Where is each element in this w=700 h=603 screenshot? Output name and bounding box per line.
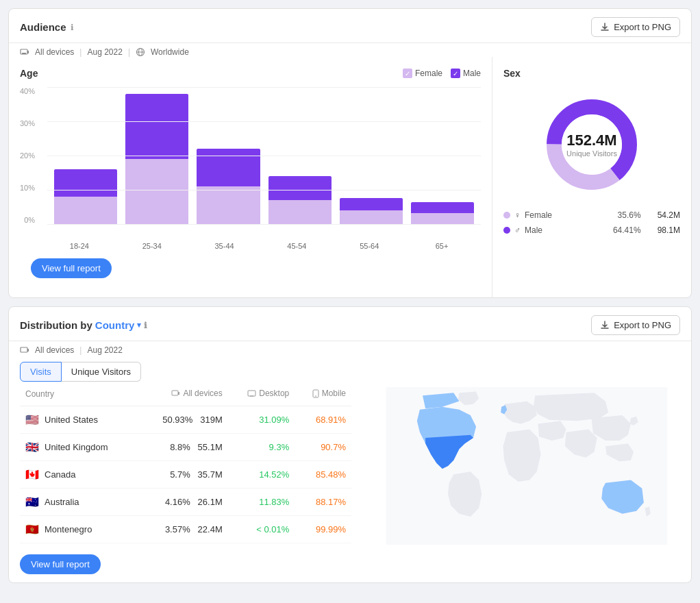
donut-inner-text: 152.4M Unique Visitors	[566, 132, 617, 158]
donut-wrapper: 152.4M Unique Visitors	[537, 90, 647, 199]
audience-header: Audience ℹ Export to PNG	[9, 9, 691, 43]
donut-total: 152.4M	[566, 132, 617, 149]
country-name: 🇦🇺 Australia	[25, 495, 133, 508]
col-desktop-icon	[247, 389, 256, 398]
svg-rect-1	[22, 53, 26, 54]
russia-map	[534, 393, 608, 421]
table-header-row: Country All devices	[20, 382, 351, 406]
svg-rect-9	[21, 347, 27, 352]
country-table-body: 🇺🇸 United States 50.93% 319M 31.09% 68.9…	[20, 406, 351, 543]
distribution-meta: All devices | Aug 2022	[9, 341, 691, 355]
table-row: 🇺🇸 United States 50.93% 319M 31.09% 68.9…	[20, 406, 351, 433]
age-title: Age	[20, 68, 38, 79]
male-check-icon: ✓	[451, 69, 460, 78]
dist-export-icon	[600, 321, 610, 330]
table-row: 🇦🇺 Australia 4.16% 26.1M 11.83% 88.17%	[20, 488, 351, 515]
male-stat-row: ♂ Male 64.41% 98.1M	[503, 225, 680, 235]
svg-rect-10	[27, 349, 29, 352]
world-map-svg	[368, 387, 686, 545]
audience-meta: All devices | Aug 2022 | Worldwide	[9, 43, 691, 57]
distribution-tabs: Visits Unique Visitors	[9, 355, 691, 382]
audience-title: Audience	[20, 21, 66, 33]
tab-visits[interactable]: Visits	[20, 362, 62, 382]
distribution-country-label[interactable]: Country	[95, 319, 135, 331]
sex-title: Sex	[503, 68, 680, 79]
sex-stats: ♀ Female 35.6% 54.2M ♂ Male	[503, 210, 680, 235]
grid-lines	[47, 87, 481, 224]
globe-icon	[136, 47, 145, 57]
audience-card: Audience ℹ Export to PNG All devices | A…	[8, 8, 692, 298]
age-panel-header: Age ✓ Female ✓ Male	[20, 68, 481, 79]
svg-rect-13	[248, 391, 255, 396]
male-pct: 64.41%	[613, 225, 641, 235]
country-name: 🇲🇪 Montenegro	[25, 523, 133, 536]
tab-unique-visitors[interactable]: Unique Visitors	[62, 362, 141, 382]
audience-info-icon[interactable]: ℹ	[71, 23, 74, 32]
female-pct: 35.6%	[618, 210, 641, 220]
distribution-header: Distribution by Country ▾ ℹ Export to PN…	[9, 307, 691, 341]
female-label: Female	[525, 210, 552, 220]
age-panel: Age ✓ Female ✓ Male	[9, 57, 492, 297]
svg-rect-11	[172, 391, 178, 395]
age-legend: ✓ Female ✓ Male	[403, 69, 481, 78]
all-devices-label: All devices	[35, 47, 74, 57]
y-axis: 40% 30% 20% 10% 0%	[20, 87, 39, 224]
audience-date: Aug 2022	[87, 47, 122, 57]
x-labels: 18-24 25-34 35-44 45-54 55-64 65+	[20, 242, 481, 250]
female-val: 54.2M	[658, 210, 680, 220]
distribution-view-full-report-button[interactable]: View full report	[20, 554, 101, 574]
svg-rect-2	[27, 51, 29, 53]
svg-point-16	[315, 395, 316, 397]
distribution-export-button[interactable]: Export to PNG	[591, 315, 680, 335]
export-icon	[600, 23, 610, 32]
country-name: 🇨🇦 Canada	[25, 468, 133, 481]
female-dot-icon	[503, 212, 510, 219]
svg-rect-12	[178, 392, 179, 395]
world-map-section	[362, 382, 691, 582]
table-row: 🇬🇧 United Kingdom 8.8% 55.1M 9.3% 90.7%	[20, 433, 351, 460]
age-chart: 40% 30% 20% 10% 0%	[20, 87, 481, 238]
country-table: Country All devices	[20, 382, 351, 543]
distribution-info-icon[interactable]: ℹ	[144, 321, 147, 330]
col-all-devices: All devices	[138, 382, 228, 406]
donut-container: 152.4M Unique Visitors	[503, 90, 680, 199]
male-val: 98.1M	[658, 225, 680, 235]
dist-devices-icon	[20, 345, 29, 355]
dist-all-devices: All devices	[35, 345, 74, 355]
male-dot-icon	[503, 227, 510, 234]
col-mobile: Mobile	[295, 382, 351, 406]
col-mobile-icon	[312, 389, 319, 398]
table-row: 🇲🇪 Montenegro 3.57% 22.4M < 0.01% 99.99%	[20, 515, 351, 543]
devices-icon	[20, 47, 29, 57]
country-table-section: Country All devices	[9, 382, 362, 582]
col-desktop: Desktop	[228, 382, 295, 406]
distribution-card: Distribution by Country ▾ ℹ Export to PN…	[8, 306, 692, 583]
col-devices-icon	[171, 389, 180, 398]
legend-male: ✓ Male	[451, 69, 481, 78]
distribution-title: Distribution by Country ▾ ℹ	[20, 319, 147, 331]
country-name: 🇺🇸 United States	[25, 413, 133, 426]
distribution-body: Country All devices	[9, 382, 691, 582]
dist-date: Aug 2022	[87, 345, 122, 355]
donut-subtitle: Unique Visitors	[566, 149, 617, 158]
female-stat-row: ♀ Female 35.6% 54.2M	[503, 210, 680, 220]
male-label: Male	[525, 225, 542, 235]
sex-panel: Sex 152.4M Unique Visit	[492, 57, 691, 297]
worldwide-label: Worldwide	[151, 47, 189, 57]
audience-body: Age ✓ Female ✓ Male	[9, 57, 691, 297]
audience-export-button[interactable]: Export to PNG	[591, 17, 680, 37]
table-row: 🇨🇦 Canada 5.7% 35.7M 14.52% 85.48%	[20, 460, 351, 488]
age-view-full-report-button[interactable]: View full report	[31, 258, 112, 278]
col-country: Country	[20, 382, 138, 406]
dropdown-arrow-icon[interactable]: ▾	[137, 321, 141, 330]
female-check-icon: ✓	[403, 69, 412, 78]
legend-female: ✓ Female	[403, 69, 442, 78]
country-name: 🇬🇧 United Kingdom	[25, 441, 133, 454]
